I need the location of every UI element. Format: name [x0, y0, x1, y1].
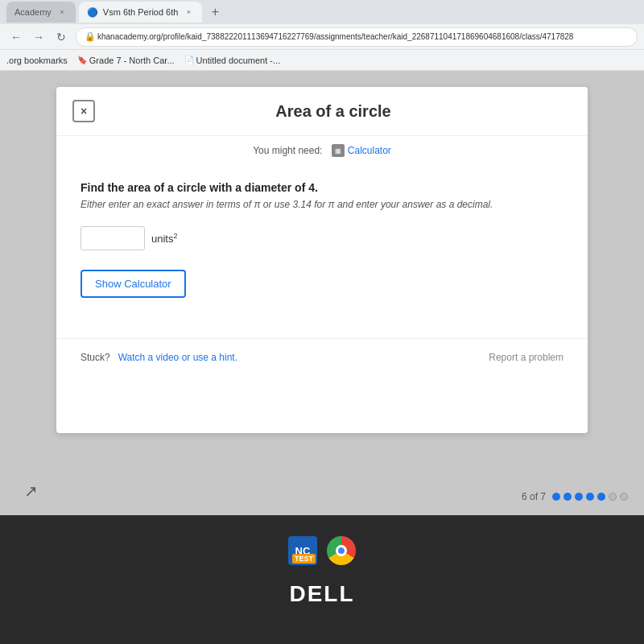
tab-vsm[interactable]: 🔵 Vsm 6th Period 6th × [79, 2, 203, 23]
dot-7 [620, 493, 628, 501]
tab-close-vsm[interactable]: × [183, 6, 194, 18]
nc-badge: TEST [292, 554, 316, 564]
bookmarks-bar: .org bookmarks 🔖 Grade 7 - North Car... … [0, 50, 644, 71]
answer-row: units2 [80, 226, 564, 250]
dot-5 [597, 493, 605, 501]
browser-chrome: Academy × 🔵 Vsm 6th Period 6th × + ← → ↻ [0, 0, 644, 71]
stuck-text: Stuck? Watch a video or use a hint. [80, 352, 237, 363]
taskbar-icons: NC TEST [288, 536, 356, 565]
bookmark-grade7[interactable]: 🔖 Grade 7 - North Car... [77, 56, 175, 65]
lock-icon: 🔒 [85, 31, 96, 42]
bookmark-org[interactable]: .org bookmarks [6, 56, 68, 65]
show-calculator-button[interactable]: Show Calculator [80, 270, 186, 298]
dot-3 [575, 493, 583, 501]
nav-icon-bottom[interactable]: ↗ [24, 481, 38, 501]
calculator-hint: You might need: ▦ Calculator [56, 136, 588, 165]
problem-title: Find the area of a circle with a diamete… [80, 181, 564, 194]
bookmark-doc[interactable]: 📄 Untitled document -... [184, 56, 281, 65]
dot-1 [552, 493, 560, 501]
problem-subtitle: Either enter an exact answer in terms of… [80, 199, 564, 210]
tab-close-academy[interactable]: × [56, 6, 68, 18]
chrome-inner-circle [336, 545, 347, 556]
address-bar: ← → ↻ 🔒 khanacademy.org/profile/kaid_738… [0, 24, 644, 50]
answer-input[interactable] [80, 226, 145, 250]
bookmark-org-label: .org bookmarks [6, 56, 68, 65]
bookmark-doc-label: Untitled document -... [196, 56, 281, 65]
calculator-link[interactable]: Calculator [348, 145, 391, 156]
tab-label-active: Vsm 6th Period 6th [103, 7, 179, 17]
modal-header: × Area of a circle [56, 87, 588, 136]
dell-logo: DELL [289, 581, 354, 607]
page-content: × Area of a circle You might need: ▦ Cal… [0, 71, 644, 515]
modal-footer: Stuck? Watch a video or use a hint. Repo… [56, 338, 588, 376]
chrome-icon[interactable] [327, 536, 356, 565]
laptop-body: Academy × 🔵 Vsm 6th Period 6th × + ← → ↻ [0, 0, 644, 644]
new-tab-button[interactable]: + [205, 2, 225, 22]
calculator-hint-text: You might need: [253, 145, 322, 156]
close-button[interactable]: × [72, 100, 95, 122]
address-input[interactable]: 🔒 khanacademy.org/profile/kaid_738822201… [76, 27, 638, 47]
reload-button[interactable]: ↻ [52, 27, 71, 47]
exercise-modal: × Area of a circle You might need: ▦ Cal… [56, 87, 588, 433]
progress-bar: 6 of 7 [522, 491, 628, 502]
dot-2 [564, 493, 572, 501]
progress-text: 6 of 7 [522, 491, 546, 502]
dot-6 [609, 493, 617, 501]
calculator-icon: ▦ [332, 144, 345, 157]
address-text: khanacademy.org/profile/kaid_73882220111… [97, 32, 573, 41]
forward-button[interactable]: → [29, 27, 48, 47]
modal-title: Area of a circle [95, 102, 572, 121]
laptop-bottom: NC TEST DELL [0, 515, 644, 644]
back-button[interactable]: ← [6, 27, 26, 47]
progress-dots [552, 493, 628, 501]
hint-link[interactable]: Watch a video or use a hint. [118, 352, 237, 363]
modal-body: Find the area of a circle with a diamete… [56, 165, 588, 338]
report-problem-link[interactable]: Report a problem [489, 352, 564, 363]
screen: Academy × 🔵 Vsm 6th Period 6th × + ← → ↻ [0, 0, 644, 515]
nav-buttons: ← → ↻ [6, 27, 71, 47]
nc-test-icon[interactable]: NC TEST [288, 536, 317, 565]
tab-bar: Academy × 🔵 Vsm 6th Period 6th × + [0, 0, 644, 24]
tab-label: Academy [14, 7, 52, 17]
bookmark-grade7-label: Grade 7 - North Car... [89, 56, 175, 65]
units-label: units2 [151, 232, 177, 245]
dot-4 [586, 493, 594, 501]
tab-academy[interactable]: Academy × [6, 2, 76, 23]
